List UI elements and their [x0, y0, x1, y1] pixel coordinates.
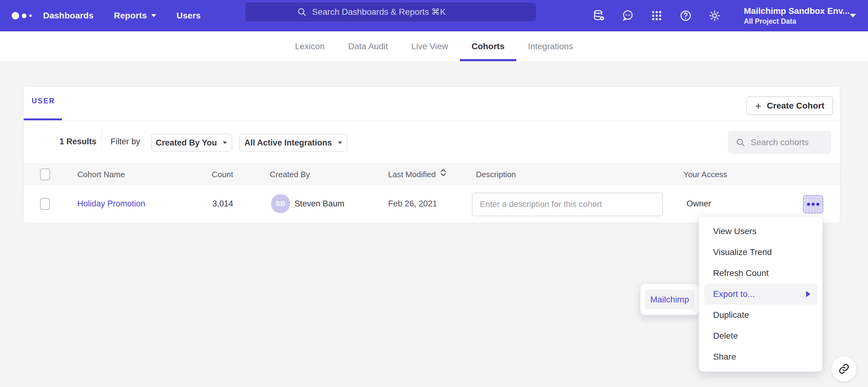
global-search-input[interactable]	[312, 7, 485, 17]
project-scope: All Project Data	[744, 17, 842, 26]
chevron-down-icon	[223, 142, 227, 144]
nav-reports[interactable]: Reports	[114, 11, 156, 21]
cohort-search-input[interactable]	[751, 138, 818, 147]
logo-dot-medium	[22, 13, 27, 18]
col-created-by: Created By	[270, 164, 310, 185]
create-cohort-button[interactable]: + Create Cohort	[746, 96, 833, 115]
copy-link-button[interactable]	[831, 356, 857, 382]
top-nav-links: Dashboards Reports Users	[43, 0, 201, 31]
col-description: Description	[476, 164, 516, 185]
col-count: Count	[196, 164, 233, 185]
created-by-name: Steven Baum	[294, 185, 344, 223]
tab-user-cohorts[interactable]: USER	[32, 97, 61, 121]
logo-dot-large	[12, 12, 19, 20]
menu-item-refresh-count[interactable]: Refresh Count	[699, 263, 823, 284]
search-icon	[735, 137, 746, 148]
data-management-icon[interactable]	[592, 9, 606, 23]
filter-created-by-value: Created By You	[156, 138, 217, 148]
help-icon[interactable]	[679, 9, 692, 23]
nav-dashboards-label: Dashboards	[43, 11, 94, 21]
tab-integrations[interactable]: Integrations	[516, 31, 585, 61]
sort-icon	[439, 164, 447, 186]
chevron-down-icon	[151, 14, 156, 17]
dot-icon	[812, 203, 815, 206]
nav-dashboards[interactable]: Dashboards	[43, 11, 94, 21]
submenu-item-mailchimp[interactable]: Mailchimp	[645, 289, 694, 310]
dot-icon	[807, 203, 810, 206]
chevron-down-icon	[338, 142, 342, 144]
global-search[interactable]	[245, 2, 536, 22]
nav-users-label: Users	[177, 11, 201, 21]
col-last-modified-sort[interactable]: Last Modified	[388, 164, 447, 185]
row-checkbox[interactable]	[40, 198, 50, 210]
results-count: 1 Results	[59, 137, 96, 146]
tab-cohorts[interactable]: Cohorts	[460, 31, 516, 61]
filter-integrations-dropdown[interactable]: All Active Integrations	[239, 134, 347, 152]
apps-grid-icon[interactable]	[650, 9, 663, 23]
filter-integrations-value: All Active Integrations	[244, 138, 332, 148]
select-all-checkbox[interactable]	[40, 169, 50, 180]
col-last-modified-label: Last Modified	[388, 170, 436, 179]
nav-users[interactable]: Users	[177, 11, 201, 21]
plus-icon: +	[755, 101, 762, 111]
cohorts-panel: USER + Create Cohort 1 Results Filter by…	[23, 87, 840, 223]
settings-gear-icon[interactable]	[708, 9, 721, 23]
avatar: SB	[271, 194, 290, 213]
project-name: Mailchimp Sandbox Env...	[744, 6, 842, 16]
menu-item-share[interactable]: Share	[699, 346, 823, 367]
logo-dot-small	[29, 14, 32, 17]
top-nav: Dashboards Reports Users	[0, 0, 868, 31]
search-icon	[297, 7, 307, 17]
create-cohort-label: Create Cohort	[767, 101, 825, 111]
chevron-down-icon	[850, 14, 856, 17]
top-nav-icons	[592, 0, 721, 31]
data-section-tabs: Lexicon Data Audit Live View Cohorts Int…	[0, 31, 868, 61]
submenu-arrow-icon	[806, 291, 810, 297]
divider	[24, 120, 840, 120]
menu-item-duplicate[interactable]: Duplicate	[699, 305, 823, 325]
row-actions-menu: View Users Visualize Trend Refresh Count…	[699, 217, 823, 372]
menu-item-visualize-trend[interactable]: Visualize Trend	[699, 242, 823, 263]
last-modified-date: Feb 26, 2021	[388, 185, 437, 223]
tab-lexicon[interactable]: Lexicon	[283, 31, 337, 61]
tab-live-view[interactable]: Live View	[400, 31, 460, 61]
tab-data-audit[interactable]: Data Audit	[336, 31, 400, 61]
nav-reports-label: Reports	[114, 11, 147, 21]
cohort-search[interactable]	[728, 131, 831, 154]
col-cohort-name: Cohort Name	[77, 164, 125, 185]
mixpanel-logo-icon[interactable]	[12, 0, 32, 31]
table-header-row: Cohort Name Count Created By Last Modifi…	[24, 163, 840, 185]
divider	[101, 130, 102, 147]
filter-created-by-dropdown[interactable]: Created By You	[151, 134, 232, 152]
cohort-count: 3,014	[196, 185, 233, 223]
menu-item-export-to[interactable]: Export to...	[704, 284, 817, 305]
cohort-name-link[interactable]: Holiday Promotion	[77, 185, 145, 223]
link-icon	[838, 363, 850, 375]
row-actions-button[interactable]	[803, 195, 823, 213]
filter-by-label: Filter by	[111, 137, 140, 146]
project-selector-labels: Mailchimp Sandbox Env... All Project Dat…	[744, 6, 842, 26]
project-selector[interactable]: Mailchimp Sandbox Env... All Project Dat…	[744, 0, 856, 31]
description-input[interactable]	[472, 192, 663, 216]
app-window: Dashboards Reports Users	[0, 0, 868, 387]
menu-item-delete[interactable]: Delete	[699, 325, 823, 346]
menu-item-export-to-label: Export to...	[713, 289, 755, 299]
col-your-access: Your Access	[683, 164, 727, 185]
feedback-chat-icon[interactable]	[621, 9, 634, 23]
export-submenu: Mailchimp	[640, 284, 699, 315]
dot-icon	[816, 203, 819, 206]
menu-item-view-users[interactable]: View Users	[699, 221, 823, 242]
